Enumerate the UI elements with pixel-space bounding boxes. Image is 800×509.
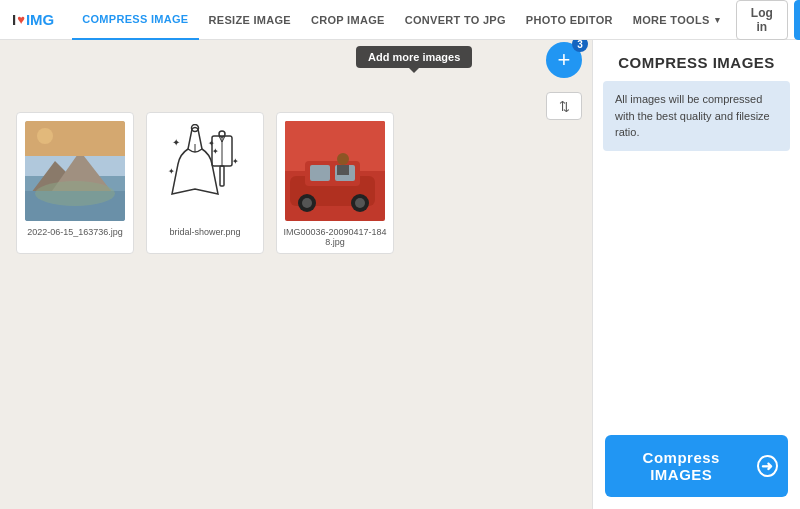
logo-heart-icon: ♥ (17, 12, 25, 27)
svg-point-27 (355, 198, 365, 208)
svg-rect-14 (220, 166, 224, 186)
nav-item-photo[interactable]: PHOTO EDITOR (516, 0, 623, 40)
svg-rect-29 (337, 165, 349, 175)
logo[interactable]: I ♥ IMG (12, 11, 54, 28)
svg-text:✦: ✦ (208, 139, 215, 148)
nav-item-crop[interactable]: CROP IMAGE (301, 0, 395, 40)
nav-item-resize[interactable]: RESIZE IMAGE (199, 0, 301, 40)
logo-img-text: IMG (26, 11, 54, 28)
plus-icon: + (558, 47, 571, 73)
image-thumbnail: ✦ ✦ ✦ ✦ ✦ (155, 121, 255, 221)
sidebar-title: COMPRESS IMAGES (593, 40, 800, 81)
signup-button[interactable]: Sign up (794, 0, 800, 40)
nav-item-more[interactable]: MORE TOOLS ▾ (623, 0, 730, 40)
logo-i: I (12, 11, 16, 28)
image-card[interactable]: IMG00036-20090417-1848.jpg (276, 112, 394, 254)
main-layout: Add more images + 3 ⇅ (0, 40, 800, 509)
svg-text:✦: ✦ (232, 157, 239, 166)
image-filename: IMG00036-20090417-1848.jpg (283, 227, 387, 247)
landscape-preview (25, 121, 125, 221)
image-card[interactable]: 2022-06-15_163736.jpg (16, 112, 134, 254)
content-area: Add more images + 3 ⇅ (0, 40, 592, 509)
svg-point-28 (337, 153, 349, 165)
nav-item-compress[interactable]: COMPRESS IMAGE (72, 0, 198, 40)
landscape-svg (25, 121, 125, 221)
image-thumbnail (285, 121, 385, 221)
svg-point-6 (37, 128, 53, 144)
compress-button-label: Compress IMAGES (615, 449, 747, 483)
svg-point-25 (302, 198, 312, 208)
compress-button[interactable]: Compress IMAGES ➜ (605, 435, 788, 497)
image-count-badge: 3 (572, 40, 588, 52)
add-images-button[interactable]: + 3 (546, 42, 582, 78)
compress-arrow-icon: ➜ (757, 455, 778, 477)
car-svg (285, 121, 385, 221)
main-nav: COMPRESS IMAGE RESIZE IMAGE CROP IMAGE C… (72, 0, 730, 40)
login-button[interactable]: Log in (736, 0, 788, 40)
image-card[interactable]: ✦ ✦ ✦ ✦ ✦ bridal-shower.png (146, 112, 264, 254)
svg-text:✦: ✦ (212, 147, 219, 156)
svg-text:✦: ✦ (168, 167, 175, 176)
sidebar-info: All images will be compressed with the b… (603, 81, 790, 151)
nav-item-convert[interactable]: CONVERT TO JPG (395, 0, 516, 40)
image-thumbnail (25, 121, 125, 221)
header: I ♥ IMG COMPRESS IMAGE RESIZE IMAGE CROP… (0, 0, 800, 40)
image-filename: 2022-06-15_163736.jpg (27, 227, 123, 237)
add-more-tooltip[interactable]: Add more images (356, 46, 472, 68)
svg-rect-22 (310, 165, 330, 181)
toolbar: Add more images + 3 ⇅ (16, 56, 576, 106)
image-filename: bridal-shower.png (169, 227, 240, 237)
chevron-down-icon: ▾ (715, 15, 720, 25)
svg-text:✦: ✦ (172, 137, 180, 148)
image-grid: 2022-06-15_163736.jpg ✦ ✦ ✦ (16, 112, 576, 254)
sidebar: COMPRESS IMAGES All images will be compr… (592, 40, 800, 509)
sidebar-spacer (593, 161, 800, 424)
svg-rect-4 (25, 191, 125, 221)
plus-btn-container: + 3 (546, 42, 582, 78)
bridal-svg: ✦ ✦ ✦ ✦ ✦ (160, 124, 250, 219)
